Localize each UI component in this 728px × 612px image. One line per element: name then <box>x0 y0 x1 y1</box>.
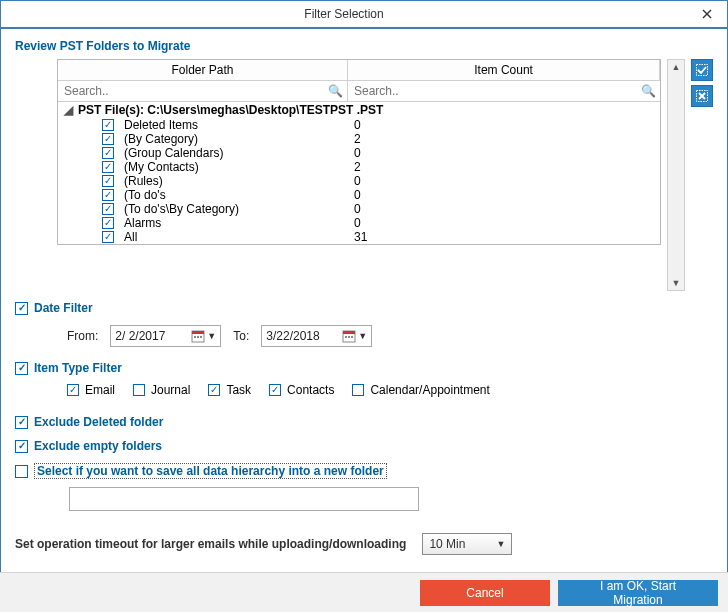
close-icon <box>702 9 712 19</box>
row-checkbox[interactable] <box>102 203 114 215</box>
folder-grid: Folder Path Item Count 🔍 🔍 ◢ PST File(s)… <box>57 59 661 245</box>
calendar-icon <box>191 329 205 343</box>
grid-body: ◢ PST File(s): C:\Users\meghas\Desktop\T… <box>58 102 660 244</box>
new-folder-input[interactable] <box>69 487 419 511</box>
svg-rect-10 <box>200 336 202 338</box>
vertical-scrollbar[interactable]: ▲ ▼ <box>667 59 685 291</box>
table-row[interactable]: (My Contacts)2 <box>58 160 660 174</box>
row-folder-name: Alarms <box>124 216 354 230</box>
item-type-filter-checkbox[interactable] <box>15 362 28 375</box>
row-item-count: 31 <box>354 230 394 244</box>
row-folder-name: (By Category) <box>124 132 354 146</box>
col-header-count[interactable]: Item Count <box>348 60 660 80</box>
row-item-count: 0 <box>354 202 394 216</box>
from-date-field[interactable]: 2/ 2/2017 ▼ <box>110 325 221 347</box>
root-label: PST File(s): C:\Users\meghas\Desktop\TES… <box>78 103 383 117</box>
exclude-empty-checkbox[interactable] <box>15 440 28 453</box>
svg-rect-7 <box>192 331 204 334</box>
to-date-field[interactable]: 3/22/2018 ▼ <box>261 325 372 347</box>
contacts-checkbox[interactable] <box>269 384 281 396</box>
search-icon[interactable]: 🔍 <box>641 84 656 98</box>
date-filter-label: Date Filter <box>34 301 93 315</box>
chevron-down-icon: ▼ <box>496 539 505 549</box>
row-folder-name: Deleted Items <box>124 118 354 132</box>
row-checkbox[interactable] <box>102 161 114 173</box>
row-folder-name: All <box>124 230 354 244</box>
timeout-label: Set operation timeout for larger emails … <box>15 537 406 551</box>
table-row[interactable]: (To do's\By Category)0 <box>58 202 660 216</box>
row-item-count: 0 <box>354 174 394 188</box>
table-row[interactable]: (To do's0 <box>58 188 660 202</box>
svg-rect-9 <box>197 336 199 338</box>
date-filter-checkbox[interactable] <box>15 302 28 315</box>
table-row[interactable]: (Group Calendars)0 <box>58 146 660 160</box>
row-item-count: 0 <box>354 188 394 202</box>
exclude-empty-label: Exclude empty folders <box>34 439 162 453</box>
row-checkbox[interactable] <box>102 147 114 159</box>
table-row[interactable]: Alarms0 <box>58 216 660 230</box>
exclude-deleted-label: Exclude Deleted folder <box>34 415 163 429</box>
search-icon[interactable]: 🔍 <box>328 84 343 98</box>
footer: Cancel I am OK, Start Migration <box>0 572 728 612</box>
email-checkbox[interactable] <box>67 384 79 396</box>
row-checkbox[interactable] <box>102 217 114 229</box>
chevron-down-icon[interactable]: ▼ <box>358 331 367 341</box>
search-item-count[interactable] <box>352 83 637 99</box>
task-checkbox[interactable] <box>208 384 220 396</box>
search-folder-path[interactable] <box>62 83 324 99</box>
table-row[interactable]: (By Category)2 <box>58 132 660 146</box>
scroll-up-icon[interactable]: ▲ <box>672 60 681 74</box>
item-type-filter-label: Item Type Filter <box>34 361 122 375</box>
title-bar: Filter Selection <box>1 1 727 29</box>
check-all-button[interactable] <box>691 59 713 81</box>
svg-rect-13 <box>345 336 347 338</box>
uncheck-all-button[interactable] <box>691 85 713 107</box>
row-folder-name: (Rules) <box>124 174 354 188</box>
row-item-count: 2 <box>354 160 394 174</box>
row-folder-name: (Group Calendars) <box>124 146 354 160</box>
row-item-count: 2 <box>354 132 394 146</box>
save-hierarchy-label: Select if you want to save all data hier… <box>34 463 387 479</box>
row-checkbox[interactable] <box>102 175 114 187</box>
row-checkbox[interactable] <box>102 133 114 145</box>
to-label: To: <box>233 329 249 343</box>
table-row[interactable]: Deleted Items0 <box>58 118 660 132</box>
journal-checkbox[interactable] <box>133 384 145 396</box>
row-item-count: 0 <box>354 118 394 132</box>
from-label: From: <box>67 329 98 343</box>
email-label: Email <box>85 383 115 397</box>
row-folder-name: (To do's <box>124 188 354 202</box>
window-title: Filter Selection <box>1 7 687 21</box>
row-checkbox[interactable] <box>102 231 114 243</box>
journal-label: Journal <box>151 383 190 397</box>
col-header-path[interactable]: Folder Path <box>58 60 348 80</box>
scroll-down-icon[interactable]: ▼ <box>672 276 681 290</box>
task-label: Task <box>226 383 251 397</box>
exclude-deleted-checkbox[interactable] <box>15 416 28 429</box>
cancel-button[interactable]: Cancel <box>420 580 550 606</box>
calendar-checkbox[interactable] <box>352 384 364 396</box>
row-folder-name: (To do's\By Category) <box>124 202 354 216</box>
uncheck-all-icon <box>696 90 708 102</box>
contacts-label: Contacts <box>287 383 334 397</box>
table-row[interactable]: All31 <box>58 230 660 244</box>
close-button[interactable] <box>687 1 727 27</box>
grid-header: Folder Path Item Count <box>58 60 660 81</box>
table-row[interactable]: (Rules)0 <box>58 174 660 188</box>
timeout-select[interactable]: 10 Min ▼ <box>422 533 512 555</box>
row-item-count: 0 <box>354 146 394 160</box>
chevron-down-icon[interactable]: ▼ <box>207 331 216 341</box>
start-migration-button[interactable]: I am OK, Start Migration <box>558 580 718 606</box>
save-hierarchy-checkbox[interactable] <box>15 465 28 478</box>
calendar-label: Calendar/Appointment <box>370 383 489 397</box>
row-item-count: 0 <box>354 216 394 230</box>
svg-rect-8 <box>194 336 196 338</box>
row-folder-name: (My Contacts) <box>124 160 354 174</box>
row-checkbox[interactable] <box>102 119 114 131</box>
collapse-icon[interactable]: ◢ <box>62 103 74 117</box>
calendar-icon <box>342 329 356 343</box>
root-node[interactable]: ◢ PST File(s): C:\Users\meghas\Desktop\T… <box>58 102 660 118</box>
row-checkbox[interactable] <box>102 189 114 201</box>
check-all-icon <box>696 64 708 76</box>
svg-rect-12 <box>343 331 355 334</box>
